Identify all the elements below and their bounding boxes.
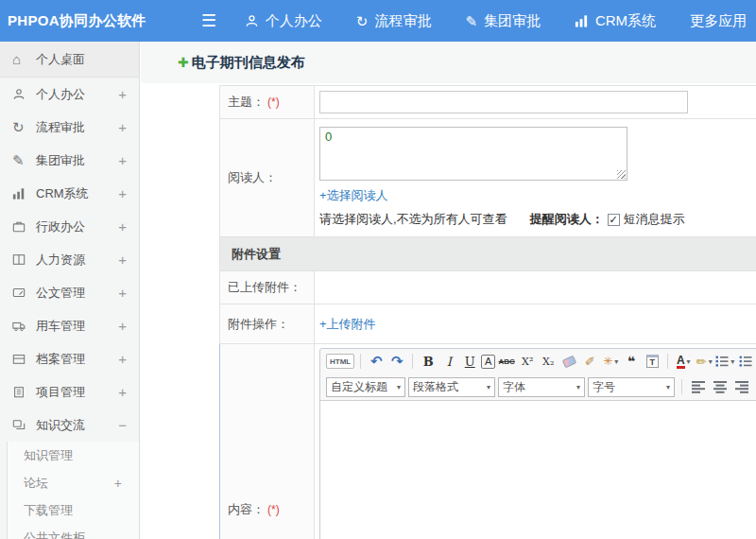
font-size-select[interactable]: 字号▾ — [588, 377, 675, 397]
align-left-button[interactable] — [689, 377, 708, 396]
nav-item-personal-office[interactable]: 个人办公 — [245, 12, 322, 30]
bold-button[interactable]: B — [419, 352, 438, 371]
align-right-button[interactable] — [732, 377, 751, 396]
sidebar-item-group-approval[interactable]: ✎ 集团审批 + — [0, 144, 139, 177]
caret-down-icon: ▾ — [666, 383, 670, 391]
sidebar-subitem-label: 下载管理 — [24, 502, 73, 519]
sidebar-item-workflow-approval[interactable]: ↻ 流程审批 + — [0, 111, 139, 144]
eraser-button[interactable] — [559, 352, 578, 371]
sidebar-item-personal-desktop[interactable]: ⌂ 个人桌面 — [0, 42, 139, 78]
select-value: 段落格式 — [413, 379, 458, 395]
sms-checkbox[interactable]: ✓ — [608, 214, 620, 226]
align-left-icon — [692, 381, 706, 393]
sidebar-item-label: 知识交流 — [36, 417, 85, 434]
truck-icon — [12, 320, 36, 332]
ordered-list-button[interactable]: ▾ — [715, 352, 734, 371]
editor-body[interactable] — [320, 400, 756, 539]
top-nav-menu: 个人办公 ↻ 流程审批 ✎ 集团审批 CRM系统 更多应用 ▼ — [245, 12, 756, 30]
subscript-button[interactable]: X₂ — [539, 352, 558, 371]
sidebar-subitem-download-mgmt[interactable]: 下载管理 — [8, 496, 139, 524]
expand-toggle[interactable]: + — [118, 384, 127, 400]
expand-toggle[interactable]: + — [118, 252, 127, 268]
caret-down-icon: ▾ — [487, 383, 490, 391]
nav-item-more-apps[interactable]: 更多应用 ▼ — [690, 12, 756, 30]
sidebar-item-label: 用车管理 — [36, 318, 85, 335]
underline-button[interactable]: U — [460, 352, 479, 371]
expand-toggle[interactable]: + — [118, 218, 127, 235]
uploaded-attachments-row: 已上传附件： — [220, 271, 756, 304]
sidebar-item-label: 流程审批 — [36, 119, 85, 136]
font-style-box-button[interactable]: A — [481, 355, 495, 369]
sidebar-subitem-public-file-cabinet[interactable]: 公共文件柜 — [8, 524, 139, 539]
sidebar-subitem-label: 公共文件柜 — [24, 530, 85, 539]
briefcase-icon — [12, 220, 36, 233]
redo-button[interactable]: ↷ — [387, 352, 406, 371]
custom-heading-select[interactable]: 自定义标题▾ — [326, 377, 405, 397]
nav-item-label: 个人办公 — [266, 12, 322, 30]
readers-hint-text: 请选择阅读人,不选为所有人可查看 — [319, 211, 507, 228]
ordered-list-icon — [715, 356, 729, 367]
sidebar-item-knowledge-exchange[interactable]: 知识交流 − — [0, 409, 139, 442]
expand-toggle[interactable]: + — [118, 318, 127, 334]
resize-grip-icon[interactable] — [617, 170, 626, 179]
expand-toggle[interactable]: + — [118, 86, 127, 102]
collapse-toggle[interactable]: − — [118, 417, 127, 433]
unordered-list-button[interactable] — [736, 352, 755, 371]
expand-toggle[interactable]: + — [118, 185, 127, 201]
readers-label: 阅读人： — [228, 170, 277, 184]
check-icon: ✓ — [610, 215, 618, 225]
sidebar-subitem-knowledge-mgmt[interactable]: 知识管理 — [8, 442, 139, 469]
html-source-button[interactable]: HTML — [326, 354, 354, 369]
font-family-select[interactable]: 字体▾ — [498, 377, 585, 397]
sidebar-item-admin-office[interactable]: 行政办公 + — [0, 210, 139, 243]
nav-item-label: 集团审批 — [484, 12, 541, 30]
autoformat-button[interactable]: ✳▾ — [601, 352, 620, 371]
paste-as-text-button[interactable]: T — [643, 352, 662, 371]
sidebar-item-crm[interactable]: CRM系统 + — [0, 177, 139, 210]
subject-label-cell: 主题：(*) — [220, 86, 315, 119]
hamburger-menu-icon[interactable]: ☰ — [201, 12, 216, 29]
expand-toggle[interactable]: + — [118, 152, 127, 168]
unordered-list-icon — [739, 356, 752, 367]
sidebar-item-archive-mgmt[interactable]: 档案管理 + — [0, 342, 139, 375]
upload-attachment-link[interactable]: +上传附件 — [319, 316, 376, 333]
expand-toggle[interactable]: + — [118, 351, 127, 367]
superscript-button[interactable]: X² — [518, 352, 537, 371]
font-color-button[interactable]: A▾ — [674, 352, 693, 371]
readers-row: 阅读人： 0 +选择阅读人 请选择阅读人,不选为所有人可查看 提醒阅读人： ✓ … — [220, 119, 756, 237]
nav-item-crm[interactable]: CRM系统 — [575, 12, 656, 30]
sms-checkbox-label: 短消息提示 — [624, 211, 685, 228]
sidebar-item-document-mgmt[interactable]: 公文管理 + — [0, 276, 139, 309]
editor-toolbar-row2: 自定义标题▾ 段落格式▾ 字体▾ 字号▾ — [320, 374, 756, 400]
nav-item-label: CRM系统 — [595, 12, 656, 30]
notebook-icon — [12, 386, 36, 398]
sidebar-item-project-mgmt[interactable]: 项目管理 + — [0, 375, 139, 409]
caret-down-icon: ▾ — [576, 383, 580, 391]
expand-toggle[interactable]: + — [114, 476, 122, 491]
strikethrough-button[interactable]: ABC — [497, 352, 516, 371]
nav-item-label: 更多应用 — [690, 12, 747, 30]
sidebar-item-vehicle-mgmt[interactable]: 用车管理 + — [0, 309, 139, 342]
format-painter-button[interactable]: ✐ — [580, 352, 599, 371]
expand-toggle[interactable]: + — [118, 119, 127, 135]
edit-icon: ✎ — [12, 153, 36, 167]
nav-item-group-approval[interactable]: ✎ 集团审批 — [465, 12, 541, 30]
sidebar-item-label: 集团审批 — [36, 152, 85, 169]
undo-button[interactable]: ↶ — [367, 352, 386, 371]
paragraph-format-select[interactable]: 段落格式▾ — [408, 377, 495, 397]
readers-textarea[interactable]: 0 — [319, 127, 627, 181]
nav-item-workflow-approval[interactable]: ↻ 流程审批 — [356, 12, 432, 30]
align-center-button[interactable] — [711, 377, 730, 396]
expand-toggle[interactable]: + — [118, 285, 127, 301]
sidebar-item-personal-office[interactable]: 个人办公 + — [0, 78, 139, 111]
sidebar-subitem-forum[interactable]: 论坛 + — [8, 469, 139, 496]
blockquote-button[interactable]: ❝ — [622, 352, 641, 371]
italic-button[interactable]: I — [439, 352, 458, 371]
choose-readers-link[interactable]: +选择阅读人 — [319, 187, 388, 204]
subject-input[interactable] — [319, 91, 688, 113]
highlight-color-button[interactable]: ✏▾ — [695, 352, 713, 371]
attachment-operation-row: 附件操作： +上传附件 — [220, 304, 756, 344]
publish-form: 主题：(*) 阅读人： 0 +选择阅读人 请选择阅读人,不选为所有人可查看 提醒… — [219, 85, 756, 539]
uploaded-attachments-value — [315, 271, 756, 304]
sidebar-item-hr[interactable]: 人力资源 + — [0, 243, 139, 276]
